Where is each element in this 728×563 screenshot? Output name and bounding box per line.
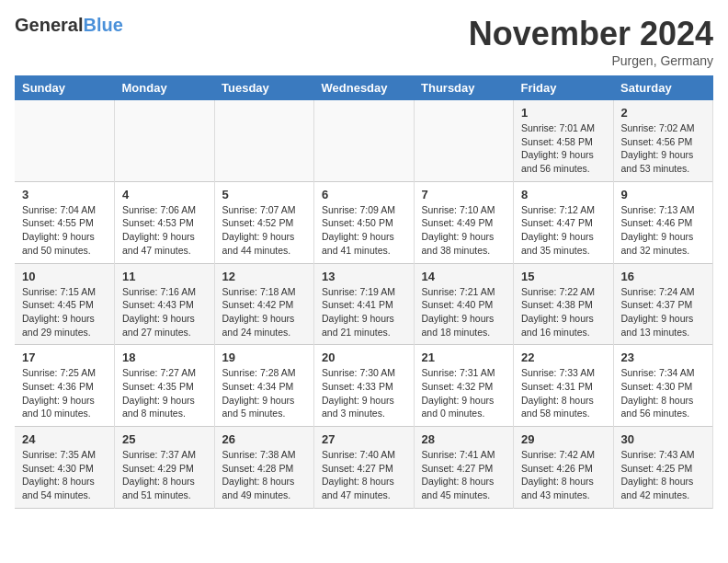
day-info: Sunrise: 7:31 AM Sunset: 4:32 PM Dayligh… (422, 366, 506, 420)
day-info: Sunrise: 7:06 AM Sunset: 4:53 PM Dayligh… (122, 203, 207, 258)
day-number: 4 (122, 188, 207, 201)
day-cell: 16Sunrise: 7:24 AM Sunset: 4:37 PM Dayli… (613, 263, 713, 345)
weekday-header-sunday: Sunday (15, 75, 115, 100)
day-cell: 19Sunrise: 7:28 AM Sunset: 4:34 PM Dayli… (214, 345, 314, 427)
day-cell: 14Sunrise: 7:21 AM Sunset: 4:40 PM Dayli… (414, 263, 514, 345)
weekday-header-friday: Friday (514, 75, 614, 100)
week-row-5: 24Sunrise: 7:35 AM Sunset: 4:30 PM Dayli… (15, 427, 713, 509)
day-cell (214, 100, 314, 181)
calendar-table: SundayMondayTuesdayWednesdayThursdayFrid… (15, 75, 713, 509)
week-row-4: 17Sunrise: 7:25 AM Sunset: 4:36 PM Dayli… (15, 345, 713, 427)
day-number: 16 (621, 270, 706, 283)
day-cell: 29Sunrise: 7:42 AM Sunset: 4:26 PM Dayli… (514, 427, 614, 509)
day-info: Sunrise: 7:01 AM Sunset: 4:58 PM Dayligh… (521, 121, 606, 176)
day-cell: 10Sunrise: 7:15 AM Sunset: 4:45 PM Dayli… (15, 263, 115, 345)
day-cell: 17Sunrise: 7:25 AM Sunset: 4:36 PM Dayli… (15, 345, 115, 427)
day-info: Sunrise: 7:07 AM Sunset: 4:52 PM Dayligh… (222, 203, 307, 258)
month-title: November 2024 (469, 15, 713, 53)
day-cell: 20Sunrise: 7:30 AM Sunset: 4:33 PM Dayli… (314, 345, 415, 427)
day-number: 13 (322, 270, 406, 283)
day-info: Sunrise: 7:24 AM Sunset: 4:37 PM Dayligh… (621, 285, 706, 339)
weekday-header-monday: Monday (115, 75, 215, 100)
day-cell: 3Sunrise: 7:04 AM Sunset: 4:55 PM Daylig… (15, 181, 115, 263)
day-cell: 12Sunrise: 7:18 AM Sunset: 4:42 PM Dayli… (214, 263, 314, 345)
day-info: Sunrise: 7:13 AM Sunset: 4:46 PM Dayligh… (621, 203, 706, 258)
week-row-2: 3Sunrise: 7:04 AM Sunset: 4:55 PM Daylig… (15, 181, 713, 263)
day-info: Sunrise: 7:25 AM Sunset: 4:36 PM Dayligh… (22, 366, 107, 420)
day-info: Sunrise: 7:40 AM Sunset: 4:27 PM Dayligh… (322, 448, 406, 502)
day-info: Sunrise: 7:41 AM Sunset: 4:27 PM Dayligh… (422, 448, 506, 502)
day-cell: 30Sunrise: 7:43 AM Sunset: 4:25 PM Dayli… (613, 427, 713, 509)
location: Purgen, Germany (469, 53, 713, 68)
day-cell: 4Sunrise: 7:06 AM Sunset: 4:53 PM Daylig… (115, 181, 215, 263)
day-number: 29 (521, 432, 606, 446)
day-info: Sunrise: 7:28 AM Sunset: 4:34 PM Dayligh… (222, 366, 307, 420)
day-info: Sunrise: 7:30 AM Sunset: 4:33 PM Dayligh… (322, 366, 406, 420)
day-cell: 8Sunrise: 7:12 AM Sunset: 4:47 PM Daylig… (514, 181, 614, 263)
day-number: 28 (422, 432, 506, 446)
day-number: 1 (521, 106, 606, 120)
day-number: 20 (322, 350, 406, 364)
day-info: Sunrise: 7:38 AM Sunset: 4:28 PM Dayligh… (222, 448, 307, 502)
day-cell: 25Sunrise: 7:37 AM Sunset: 4:29 PM Dayli… (115, 427, 215, 509)
day-info: Sunrise: 7:10 AM Sunset: 4:49 PM Dayligh… (422, 203, 506, 258)
day-info: Sunrise: 7:34 AM Sunset: 4:30 PM Dayligh… (621, 366, 706, 420)
day-number: 7 (422, 188, 506, 201)
day-number: 18 (122, 350, 207, 364)
day-info: Sunrise: 7:37 AM Sunset: 4:29 PM Dayligh… (122, 448, 207, 502)
day-number: 19 (222, 350, 307, 364)
weekday-header-row: SundayMondayTuesdayWednesdayThursdayFrid… (15, 75, 713, 100)
day-number: 3 (22, 188, 107, 201)
title-area: November 2024 Purgen, Germany (469, 15, 713, 68)
logo-general: General (15, 15, 83, 36)
day-cell: 22Sunrise: 7:33 AM Sunset: 4:31 PM Dayli… (514, 345, 614, 427)
logo-blue: Blue (83, 15, 122, 36)
day-cell: 11Sunrise: 7:16 AM Sunset: 4:43 PM Dayli… (115, 263, 215, 345)
day-number: 24 (22, 432, 107, 446)
day-number: 10 (22, 270, 107, 283)
day-cell: 24Sunrise: 7:35 AM Sunset: 4:30 PM Dayli… (15, 427, 115, 509)
day-cell: 1Sunrise: 7:01 AM Sunset: 4:58 PM Daylig… (514, 100, 614, 181)
day-number: 14 (422, 270, 506, 283)
day-number: 27 (322, 432, 406, 446)
weekday-header-wednesday: Wednesday (314, 75, 415, 100)
day-number: 5 (222, 188, 307, 201)
day-number: 17 (22, 350, 107, 364)
header: General Blue General Blue November 2024 … (15, 15, 713, 68)
day-info: Sunrise: 7:04 AM Sunset: 4:55 PM Dayligh… (22, 203, 107, 258)
day-cell: 6Sunrise: 7:09 AM Sunset: 4:50 PM Daylig… (314, 181, 415, 263)
week-row-1: 1Sunrise: 7:01 AM Sunset: 4:58 PM Daylig… (15, 100, 713, 181)
day-info: Sunrise: 7:12 AM Sunset: 4:47 PM Dayligh… (521, 203, 606, 258)
day-number: 6 (322, 188, 406, 201)
day-info: Sunrise: 7:22 AM Sunset: 4:38 PM Dayligh… (521, 285, 606, 339)
day-cell: 9Sunrise: 7:13 AM Sunset: 4:46 PM Daylig… (613, 181, 713, 263)
day-cell: 18Sunrise: 7:27 AM Sunset: 4:35 PM Dayli… (115, 345, 215, 427)
logo: General Blue General Blue (15, 15, 123, 36)
day-cell (414, 100, 514, 181)
day-cell (314, 100, 415, 181)
day-number: 23 (621, 350, 706, 364)
day-number: 15 (521, 270, 606, 283)
day-cell: 5Sunrise: 7:07 AM Sunset: 4:52 PM Daylig… (214, 181, 314, 263)
day-info: Sunrise: 7:42 AM Sunset: 4:26 PM Dayligh… (521, 448, 606, 502)
day-info: Sunrise: 7:16 AM Sunset: 4:43 PM Dayligh… (122, 285, 207, 339)
weekday-header-saturday: Saturday (613, 75, 713, 100)
day-number: 12 (222, 270, 307, 283)
day-cell: 26Sunrise: 7:38 AM Sunset: 4:28 PM Dayli… (214, 427, 314, 509)
day-number: 2 (621, 106, 706, 120)
day-cell (115, 100, 215, 181)
day-cell (15, 100, 115, 181)
day-info: Sunrise: 7:02 AM Sunset: 4:56 PM Dayligh… (621, 121, 706, 176)
week-row-3: 10Sunrise: 7:15 AM Sunset: 4:45 PM Dayli… (15, 263, 713, 345)
day-info: Sunrise: 7:15 AM Sunset: 4:45 PM Dayligh… (22, 285, 107, 339)
day-cell: 15Sunrise: 7:22 AM Sunset: 4:38 PM Dayli… (514, 263, 614, 345)
day-number: 8 (521, 188, 606, 201)
day-cell: 28Sunrise: 7:41 AM Sunset: 4:27 PM Dayli… (414, 427, 514, 509)
day-number: 26 (222, 432, 307, 446)
day-number: 9 (621, 188, 706, 201)
day-cell: 7Sunrise: 7:10 AM Sunset: 4:49 PM Daylig… (414, 181, 514, 263)
day-info: Sunrise: 7:33 AM Sunset: 4:31 PM Dayligh… (521, 366, 606, 420)
day-cell: 13Sunrise: 7:19 AM Sunset: 4:41 PM Dayli… (314, 263, 415, 345)
logo-wordmark: General Blue (15, 15, 123, 36)
weekday-header-thursday: Thursday (414, 75, 514, 100)
